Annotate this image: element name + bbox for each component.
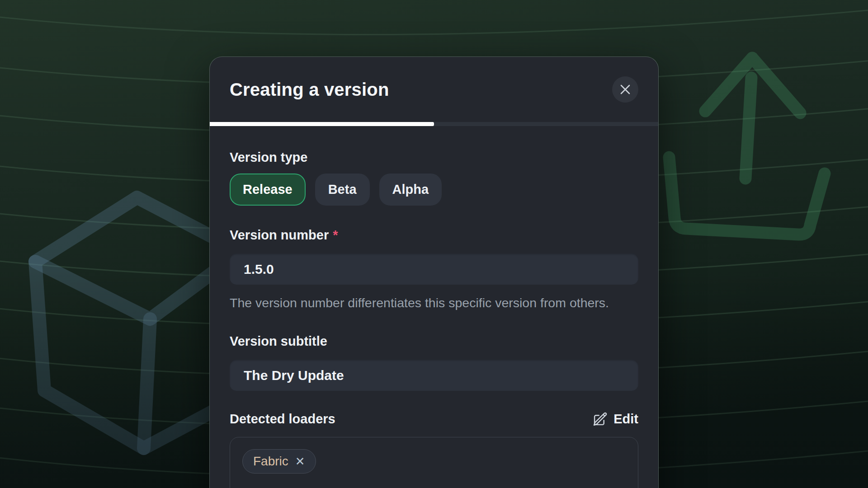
version-number-label: Version number* [230, 227, 638, 243]
edit-pencil-icon [593, 412, 608, 427]
version-subtitle-input[interactable] [230, 360, 638, 391]
version-subtitle-label: Version subtitle [230, 333, 638, 349]
detected-loaders-label: Detected loaders [230, 411, 335, 427]
modal-header: Creating a version [210, 57, 658, 122]
create-version-modal: Creating a version Version type Release … [209, 56, 659, 488]
version-number-help: The version number differentiates this s… [230, 293, 638, 313]
chip-remove-icon[interactable]: ✕ [295, 455, 305, 467]
version-type-alpha-button[interactable]: Alpha [379, 174, 442, 206]
modal-title: Creating a version [230, 80, 389, 100]
progress-fill [210, 122, 434, 126]
required-asterisk: * [333, 228, 338, 242]
detected-loaders-row: Detected loaders Edit [230, 411, 638, 427]
edit-label: Edit [613, 412, 638, 427]
edit-loaders-button[interactable]: Edit [593, 412, 638, 427]
version-type-beta-button[interactable]: Beta [315, 174, 370, 206]
loader-chip-label: Fabric [253, 454, 288, 469]
screen: Creating a version Version type Release … [0, 0, 868, 488]
loader-chip-fabric[interactable]: Fabric ✕ [242, 449, 316, 474]
detected-loaders-box: Fabric ✕ [230, 437, 638, 488]
modal-body: Version type Release Beta Alpha Version … [210, 150, 658, 488]
close-icon [619, 83, 632, 96]
version-type-label: Version type [230, 150, 638, 165]
version-type-options: Release Beta Alpha [230, 174, 638, 206]
version-type-release-button[interactable]: Release [230, 174, 306, 206]
close-button[interactable] [612, 76, 638, 103]
progress-bar [210, 122, 658, 126]
version-number-input[interactable] [230, 253, 638, 285]
